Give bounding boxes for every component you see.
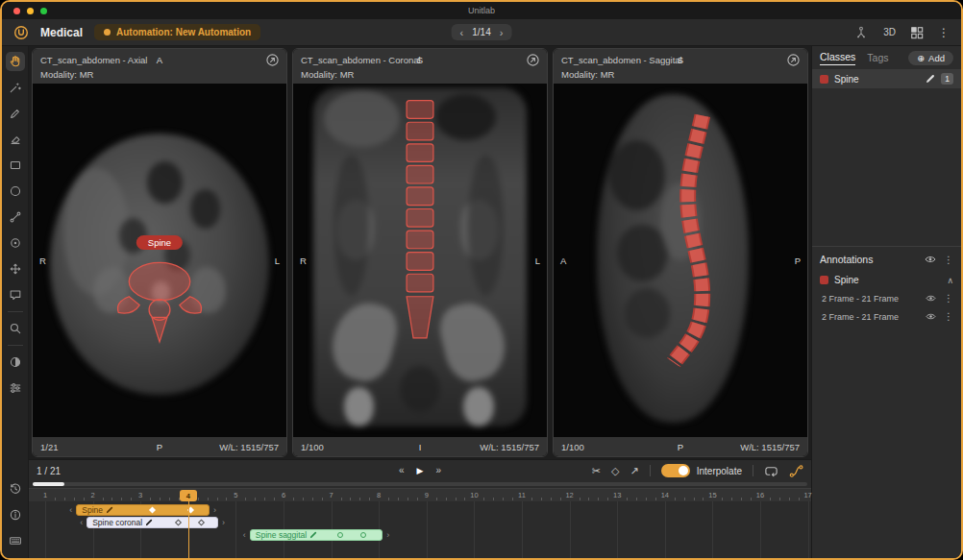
- track-extend-left-icon[interactable]: ‹: [243, 530, 246, 541]
- trend-arrow-icon[interactable]: ↗: [630, 465, 639, 476]
- pan-hand-tool-icon[interactable]: [6, 52, 25, 71]
- adjustments-sliders-icon[interactable]: [6, 378, 25, 398]
- viewport-modality: Modality: MR: [561, 69, 800, 80]
- ruler-minor-tick: [598, 498, 599, 500]
- annotation-item[interactable]: 2 Frame - 21 Frame ⋮: [812, 307, 961, 326]
- smart-wand-tool-icon[interactable]: [6, 78, 25, 97]
- keyframe-diamond-icon[interactable]: ◇: [611, 465, 619, 476]
- track-extend-right-icon[interactable]: ›: [222, 518, 225, 528]
- track-extend-right-icon[interactable]: ›: [386, 530, 389, 541]
- ruler-minor-tick: [436, 498, 437, 500]
- toggle-visibility-eye-icon[interactable]: [925, 255, 936, 264]
- keyframe-marker[interactable]: [175, 519, 182, 525]
- keyframe-marker[interactable]: [198, 519, 205, 525]
- ellipse-tool-icon[interactable]: [6, 182, 25, 201]
- viewport-grid: CT_scan_abdomen - Axial A Modality: MR R…: [29, 46, 811, 459]
- axial-spine-label[interactable]: Spine: [136, 235, 183, 250]
- maximize-window-button[interactable]: [40, 8, 47, 14]
- contrast-icon[interactable]: [6, 353, 25, 372]
- toggle-visibility-eye-icon[interactable]: [926, 294, 936, 303]
- tab-classes[interactable]: Classes: [820, 51, 855, 65]
- expand-viewport-icon[interactable]: [527, 54, 539, 66]
- axial-spine-overlay[interactable]: [33, 84, 286, 437]
- timeline-grid[interactable]: ‹Spine›‹Spine coronal›‹Spine saggital›: [29, 501, 811, 558]
- divider: [650, 465, 651, 476]
- ruler-minor-tick: [684, 498, 685, 500]
- class-row-spine[interactable]: Spine 1: [812, 69, 961, 88]
- comment-tool-icon[interactable]: [6, 285, 25, 304]
- close-window-button[interactable]: [13, 8, 20, 14]
- saggital-spine-overlay[interactable]: [554, 84, 807, 437]
- playhead-chip[interactable]: 4: [180, 490, 197, 501]
- unitlab-logo-icon[interactable]: [13, 25, 29, 40]
- expand-viewport-icon[interactable]: [787, 54, 800, 66]
- track-edit-pencil-icon[interactable]: [309, 531, 317, 539]
- spline-track-icon[interactable]: [789, 464, 803, 478]
- track-edit-pencil-icon[interactable]: [106, 506, 113, 514]
- playhead-line[interactable]: [188, 501, 189, 558]
- timeline-track-bar[interactable]: ‹Spine›: [76, 504, 210, 516]
- minimize-window-button[interactable]: [27, 8, 34, 14]
- rail-divider: [8, 311, 23, 312]
- ruler-tick-label: 17: [803, 491, 811, 499]
- track-extend-left-icon[interactable]: ‹: [80, 518, 83, 528]
- ruler-minor-tick: [359, 498, 360, 500]
- polyline-tool-icon[interactable]: [6, 207, 25, 227]
- skip-back-icon[interactable]: «: [399, 465, 405, 476]
- keyframe-marker[interactable]: [337, 532, 343, 538]
- coronal-spine-overlay[interactable]: [293, 84, 547, 437]
- timeline-scrollbar-track[interactable]: [33, 482, 807, 486]
- keyframe-marker[interactable]: [360, 532, 366, 538]
- add-class-button[interactable]: ⊕ Add: [908, 51, 953, 65]
- more-options-icon[interactable]: ⋮: [938, 27, 950, 38]
- info-icon[interactable]: [6, 505, 25, 524]
- interpolate-toggle[interactable]: [661, 464, 690, 477]
- play-icon[interactable]: ▶: [417, 465, 424, 476]
- rectangle-tool-icon[interactable]: [6, 156, 25, 175]
- zoom-search-icon[interactable]: [6, 319, 25, 338]
- viewport-saggital-canvas[interactable]: A P: [554, 84, 807, 437]
- transform-move-tool-icon[interactable]: [6, 259, 25, 279]
- view-3d-button[interactable]: 3D: [883, 27, 896, 37]
- tab-tags[interactable]: Tags: [867, 52, 888, 65]
- annotation-group-spine[interactable]: Spine ∧: [812, 271, 961, 289]
- pager-prev-icon[interactable]: ‹: [460, 28, 464, 37]
- pager-next-icon[interactable]: ›: [500, 28, 504, 37]
- annotations-menu-icon[interactable]: ⋮: [944, 255, 953, 265]
- collapse-chevron-icon[interactable]: ∧: [947, 276, 953, 285]
- automation-badge[interactable]: Automation: New Automation: [94, 24, 260, 40]
- ruler-tick-label: 10: [470, 491, 478, 499]
- brush-tool-icon[interactable]: [6, 104, 25, 123]
- ruler-minor-tick: [303, 498, 304, 500]
- layout-grid-icon[interactable]: [910, 26, 924, 39]
- timeline-ruler[interactable]: 1235678910111213141516174: [29, 488, 811, 501]
- ruler-minor-tick: [160, 498, 160, 500]
- annotation-item[interactable]: 2 Frame - 21 Frame ⋮: [812, 289, 961, 307]
- timeline-scrollbar-thumb[interactable]: [33, 482, 64, 486]
- edit-class-pencil-icon[interactable]: [926, 74, 935, 84]
- timeline-track-bar[interactable]: ‹Spine saggital›: [250, 529, 383, 541]
- history-icon[interactable]: [6, 479, 25, 499]
- timeline-track-bar[interactable]: ‹Spine coronal›: [86, 517, 218, 528]
- keyboard-shortcuts-icon[interactable]: [6, 531, 25, 550]
- expand-viewport-icon[interactable]: [266, 54, 279, 66]
- eraser-tool-icon[interactable]: [6, 130, 25, 149]
- pose-skeleton-icon[interactable]: [853, 25, 869, 40]
- ruler-minor-tick: [255, 498, 256, 500]
- annotation-menu-icon[interactable]: ⋮: [944, 293, 953, 304]
- timeline-grid-line: [522, 501, 523, 558]
- track-extend-right-icon[interactable]: ›: [213, 505, 216, 516]
- keyframe-marker[interactable]: [149, 506, 156, 513]
- ruler-minor-tick: [531, 498, 532, 500]
- viewport-coronal-canvas[interactable]: R L: [293, 84, 547, 437]
- viewport-axial-canvas[interactable]: R L: [33, 84, 286, 437]
- toggle-visibility-eye-icon[interactable]: [926, 312, 936, 321]
- ruler-minor-tick: [111, 498, 112, 500]
- skip-forward-icon[interactable]: »: [435, 465, 441, 476]
- track-edit-pencil-icon[interactable]: [145, 519, 153, 526]
- track-extend-left-icon[interactable]: ‹: [69, 505, 72, 516]
- loop-icon[interactable]: [764, 464, 778, 478]
- annotation-menu-icon[interactable]: ⋮: [944, 311, 953, 322]
- cut-scissors-icon[interactable]: ✂: [592, 465, 601, 476]
- keypoint-tool-icon[interactable]: [6, 233, 25, 253]
